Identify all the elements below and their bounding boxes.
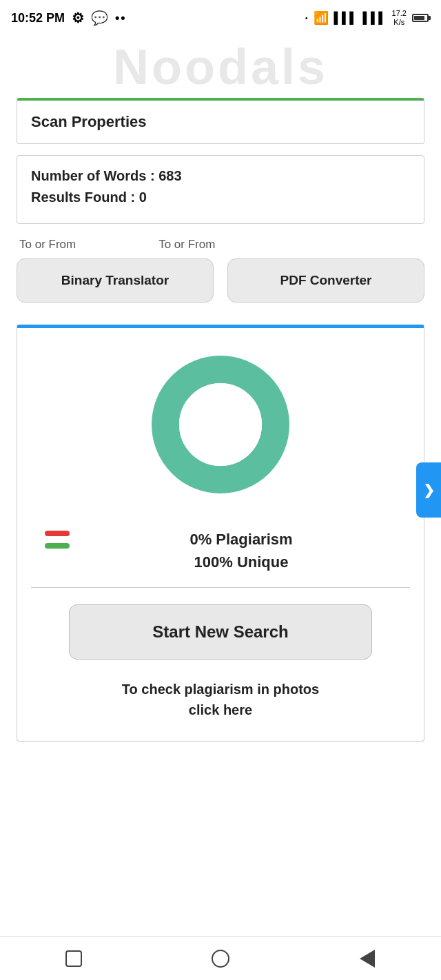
dots-icon: •• (115, 11, 127, 25)
status-left: 10:52 PM ⚙ 💬 •• (11, 10, 127, 26)
header-logo-area: Noodals (0, 36, 441, 98)
results-card: 0% Plagiarism 100% Unique Start New Sear… (17, 325, 424, 742)
results-found-line: Results Found : 0 (31, 190, 410, 205)
legend-text: 0% Plagiarism 100% Unique (86, 528, 396, 573)
side-tab[interactable]: ❯ (416, 462, 441, 518)
battery-indicator (412, 14, 430, 22)
nav-back-button[interactable] (352, 943, 382, 974)
scan-properties-card: Scan Properties (17, 98, 424, 144)
gear-icon: ⚙ (72, 10, 84, 26)
square-icon (65, 950, 82, 967)
donut-chart-svg (145, 349, 296, 500)
circle-icon (212, 950, 229, 968)
wifi-icon: 📶 (314, 10, 329, 25)
plagiarism-percent: 0% (189, 531, 212, 548)
divider (31, 587, 410, 588)
tool-label-2: To or From (158, 238, 215, 252)
tool-buttons-row: Binary Translator PDF Converter (17, 258, 424, 303)
dot-indicator: • (305, 14, 308, 22)
tool-label-1: To or From (19, 238, 76, 252)
network-speed: 17.2 K/s (392, 9, 407, 27)
whatsapp-icon: 💬 (91, 10, 108, 26)
plagiarism-stat: 0% Plagiarism (189, 528, 292, 551)
pdf-converter-button[interactable]: PDF Converter (227, 258, 424, 303)
nav-home-button[interactable] (205, 943, 236, 974)
unique-percent: 100% (194, 553, 233, 571)
plagiarism-legend-bar (45, 531, 70, 536)
header-logo: Noodals (113, 39, 328, 95)
word-count-line: Number of Words : 683 (31, 168, 410, 184)
photo-check-line2: click here (189, 702, 252, 717)
stats-card: Number of Words : 683 Results Found : 0 (17, 155, 424, 224)
plagiarism-label: Plagiarism (216, 531, 292, 548)
triangle-icon (360, 950, 375, 968)
bottom-nav (0, 936, 441, 980)
donut-chart-container (145, 349, 296, 500)
tool-labels-row: To or From To or From (17, 238, 424, 252)
photo-check-text: To check plagiarism in photos click here (122, 679, 319, 720)
side-tab-icon: ❯ (423, 482, 435, 498)
time-display: 10:52 PM (11, 11, 65, 25)
photo-check-line1: To check plagiarism in photos (122, 682, 319, 697)
unique-stat: 100% Unique (194, 551, 289, 573)
signal-icon2: ▌▌▌ (363, 12, 387, 24)
status-right: • 📶 ▌▌▌ ▌▌▌ 17.2 K/s (305, 9, 430, 27)
word-count-label: Number of Words : (31, 168, 155, 183)
word-count-value: 683 (158, 168, 181, 183)
scan-properties-title: Scan Properties (31, 113, 147, 130)
legend-container: 0% Plagiarism 100% Unique (31, 528, 410, 573)
main-content: Scan Properties Number of Words : 683 Re… (0, 98, 441, 769)
signal-icon: ▌▌▌ (334, 12, 358, 24)
start-new-search-button[interactable]: Start New Search (69, 604, 372, 660)
binary-translator-button[interactable]: Binary Translator (17, 258, 214, 303)
unique-label: Unique (237, 553, 289, 571)
legend-icons (45, 531, 70, 549)
results-found-value: 0 (139, 190, 147, 205)
nav-square-button[interactable] (59, 943, 89, 974)
results-found-label: Results Found : (31, 190, 135, 205)
unique-legend-bar (45, 543, 70, 549)
status-bar: 10:52 PM ⚙ 💬 •• • 📶 ▌▌▌ ▌▌▌ 17.2 K/s (0, 0, 441, 36)
svg-point-1 (179, 383, 262, 466)
